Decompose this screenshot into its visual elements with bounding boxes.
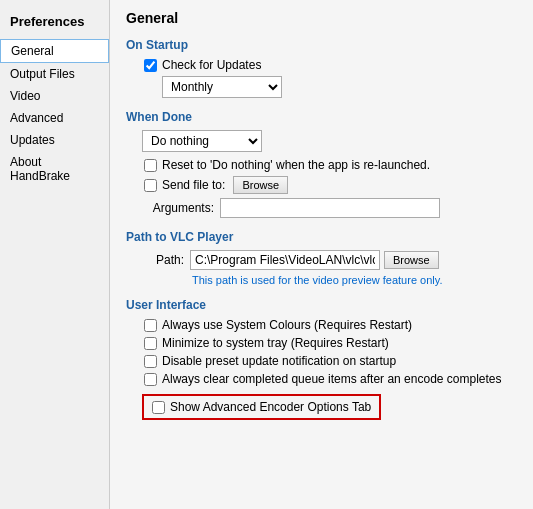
- vlc-path-input[interactable]: [190, 250, 380, 270]
- ui-checkbox-3[interactable]: [144, 373, 157, 386]
- sidebar-item-general[interactable]: General: [0, 39, 109, 63]
- ui-label-3: Always clear completed queue items after…: [162, 372, 502, 386]
- send-file-row: Send file to: Browse: [142, 176, 517, 194]
- sidebar-item-video[interactable]: Video: [0, 85, 109, 107]
- ui-label-1: Minimize to system tray (Requires Restar…: [162, 336, 389, 350]
- sidebar: Preferences General Output Files Video A…: [0, 0, 110, 509]
- vlc-path-label: Path:: [144, 253, 184, 267]
- send-file-checkbox[interactable]: [144, 179, 157, 192]
- action-dropdown[interactable]: Do nothing Shutdown Suspend Hibernate Lo…: [142, 130, 262, 152]
- ui-label-0: Always use System Colours (Requires Rest…: [162, 318, 412, 332]
- reset-checkbox[interactable]: [144, 159, 157, 172]
- ui-option-1: Minimize to system tray (Requires Restar…: [142, 336, 517, 350]
- when-done-title: When Done: [126, 110, 517, 124]
- ui-label-2: Disable preset update notification on st…: [162, 354, 396, 368]
- ui-option-3: Always clear completed queue items after…: [142, 372, 517, 386]
- reset-row: Reset to 'Do nothing' when the app is re…: [142, 158, 517, 172]
- send-file-label: Send file to:: [162, 178, 225, 192]
- sidebar-item-about[interactable]: About HandBrake: [0, 151, 109, 187]
- advanced-tab-box: Show Advanced Encoder Options Tab: [142, 394, 381, 420]
- sidebar-item-updates[interactable]: Updates: [0, 129, 109, 151]
- arguments-row: Arguments:: [142, 198, 517, 218]
- sidebar-item-advanced[interactable]: Advanced: [0, 107, 109, 129]
- section-title: General: [126, 10, 517, 26]
- reset-label: Reset to 'Do nothing' when the app is re…: [162, 158, 430, 172]
- sidebar-title: Preferences: [0, 8, 109, 39]
- vlc-note: This path is used for the video preview …: [142, 274, 517, 286]
- vlc-path-row: Path: Browse: [142, 250, 517, 270]
- advanced-tab-label: Show Advanced Encoder Options Tab: [170, 400, 371, 414]
- advanced-tab-checkbox[interactable]: [152, 401, 165, 414]
- app-container: Preferences General Output Files Video A…: [0, 0, 533, 509]
- ui-checkbox-0[interactable]: [144, 319, 157, 332]
- send-file-browse-button[interactable]: Browse: [233, 176, 288, 194]
- ui-option-2: Disable preset update notification on st…: [142, 354, 517, 368]
- arguments-input[interactable]: [220, 198, 440, 218]
- vlc-title: Path to VLC Player: [126, 230, 517, 244]
- arguments-label: Arguments:: [144, 201, 214, 215]
- check-for-updates-label: Check for Updates: [162, 58, 261, 72]
- check-for-updates-checkbox[interactable]: [144, 59, 157, 72]
- ui-checkbox-1[interactable]: [144, 337, 157, 350]
- ui-checkbox-2[interactable]: [144, 355, 157, 368]
- sidebar-item-output-files[interactable]: Output Files: [0, 63, 109, 85]
- main-content: General On Startup Check for Updates Mon…: [110, 0, 533, 509]
- user-interface-title: User Interface: [126, 298, 517, 312]
- vlc-browse-button[interactable]: Browse: [384, 251, 439, 269]
- check-for-updates-row: Check for Updates: [142, 58, 517, 72]
- frequency-dropdown[interactable]: Monthly Daily Weekly: [162, 76, 282, 98]
- on-startup-title: On Startup: [126, 38, 517, 52]
- ui-option-0: Always use System Colours (Requires Rest…: [142, 318, 517, 332]
